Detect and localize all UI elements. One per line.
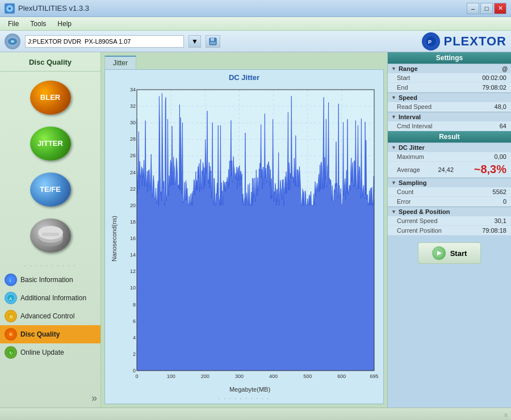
- svg-rect-5: [211, 38, 214, 41]
- interval-section-header: ▼ Interval: [388, 112, 511, 121]
- maximum-row: Maximum 0,00: [388, 152, 511, 162]
- titlebar: PlexUTILITIES v1.3.3 – □ ✕: [0, 0, 511, 17]
- speed-collapse-arrow[interactable]: ▼: [391, 95, 396, 100]
- current-speed-label: Current Speed: [397, 217, 438, 224]
- speed-pos-collapse-arrow[interactable]: ▼: [391, 209, 396, 215]
- titlebar-controls: – □ ✕: [467, 3, 506, 14]
- settings-panel: Settings ▼ Range @ Start 00:02:00 End 79…: [387, 52, 511, 408]
- start-button[interactable]: Start: [418, 242, 481, 264]
- menu-file[interactable]: File: [2, 19, 24, 29]
- maximum-value: 0,00: [495, 153, 506, 160]
- window-title: PlexUTILITIES v1.3.3: [18, 4, 89, 12]
- close-button[interactable]: ✕: [494, 3, 506, 14]
- svg-point-1: [9, 7, 11, 10]
- sampling-section-header: ▼ Sampling: [388, 178, 511, 187]
- current-speed-row: Current Speed 30,1: [388, 216, 511, 226]
- dc-jitter-label: DC Jitter: [399, 144, 425, 151]
- speed-pos-section-header: ▼ Speed & Position: [388, 207, 511, 216]
- svg-text:↻: ↻: [9, 351, 13, 356]
- basic-information-icon: i: [5, 274, 17, 286]
- main-layout: Disc Quality BLER JITTER TE/FE . . . . .: [0, 52, 511, 408]
- tab-jitter[interactable]: Jitter: [104, 56, 136, 69]
- plextor-logo-text: PLEXTOR: [443, 34, 506, 49]
- svg-point-20: [9, 333, 12, 336]
- sampling-label: Sampling: [399, 179, 427, 186]
- cmd-interval-label: Cmd Interval: [397, 123, 432, 129]
- at-symbol: @: [502, 66, 508, 72]
- sidebar-item-basic-information[interactable]: i Basic Information: [0, 271, 100, 289]
- error-label: Error: [397, 198, 411, 205]
- range-start-row: Start 00:02:00: [388, 73, 511, 83]
- speed-pos-label: Speed & Position: [399, 208, 450, 215]
- menu-tools[interactable]: Tools: [24, 19, 52, 29]
- range-start-label: Start: [397, 74, 410, 81]
- online-update-icon: ↻: [5, 346, 17, 359]
- cmd-interval-value: 64: [500, 123, 506, 129]
- start-icon: [432, 246, 446, 260]
- dc-jitter-section-header: ▼ DC Jitter: [388, 142, 511, 152]
- svg-text:A: A: [9, 296, 12, 301]
- chart-bottom-dots: . . . . . . . . . .: [108, 394, 380, 400]
- avg-symbol: ~8,3%: [474, 163, 506, 176]
- result-header: Result: [388, 131, 511, 142]
- cmd-interval-row: Cmd Interval 64: [388, 121, 511, 131]
- sidebar-label-basic-information: Basic Information: [20, 276, 73, 284]
- drive-selector[interactable]: [25, 35, 184, 48]
- y-axis-label: Nanosecond(ns): [111, 216, 118, 262]
- average-value: 24,42: [438, 166, 454, 173]
- x-axis-label: Megabyte(MB): [120, 386, 380, 393]
- bler-disc-icon: BLER: [30, 81, 71, 115]
- start-button-container: Start: [388, 236, 511, 271]
- jitter-chart: [120, 84, 380, 385]
- chart-area: DC Jitter Nanosecond(ns) Megabyte(MB) . …: [104, 69, 384, 404]
- average-row: Average 24,42 ~8,3%: [388, 162, 511, 178]
- app-icon: [5, 3, 15, 14]
- sidebar-collapse-arrow[interactable]: »: [91, 392, 97, 404]
- drivebar: ▼ P PLEXTOR: [0, 31, 511, 52]
- range-end-label: End: [397, 84, 408, 91]
- interval-label: Interval: [399, 114, 421, 120]
- range-end-row: End 79:08:02: [388, 83, 511, 93]
- range-end-value: 79:08:02: [482, 84, 506, 91]
- sidebar-item-advanced-control[interactable]: ⚙ Advanced Control: [0, 307, 100, 325]
- current-speed-value: 30,1: [495, 217, 506, 224]
- svg-point-13: [7, 276, 14, 283]
- disc-quality-icon: [5, 328, 17, 341]
- error-row: Error 0: [388, 197, 511, 207]
- sampling-collapse-arrow[interactable]: ▼: [391, 180, 396, 186]
- range-start-value: 00:02:00: [482, 74, 506, 81]
- current-pos-value: 79:08:18: [482, 227, 506, 234]
- content-area: Jitter DC Jitter Nanosecond(ns) Megabyte…: [101, 52, 387, 408]
- drive-icon: [5, 33, 20, 49]
- plextor-logo: P PLEXTOR: [422, 32, 506, 51]
- sidebar-item-online-update[interactable]: ↻ Online Update: [0, 343, 100, 362]
- current-pos-label: Current Position: [397, 227, 442, 234]
- speed-section-header: ▼ Speed: [388, 93, 511, 102]
- dc-jitter-collapse-arrow[interactable]: ▼: [391, 145, 396, 150]
- save-button[interactable]: [206, 35, 220, 48]
- disc-button-other[interactable]: [0, 214, 100, 257]
- svg-rect-12: [42, 233, 59, 236]
- disc-button-bler[interactable]: BLER: [0, 76, 100, 119]
- range-collapse-arrow[interactable]: ▼: [391, 66, 396, 72]
- plextor-logo-icon: P: [422, 32, 440, 51]
- average-label: Average: [397, 166, 420, 173]
- drive-dropdown-button[interactable]: ▼: [189, 35, 201, 48]
- sidebar-item-disc-quality[interactable]: Disc Quality: [0, 325, 100, 343]
- sidebar-item-additional-information[interactable]: A Additional Information: [0, 289, 100, 307]
- read-speed-label: Read Speed: [397, 103, 432, 110]
- count-label: Count: [397, 188, 413, 195]
- start-label: Start: [450, 249, 467, 258]
- maximize-button[interactable]: □: [480, 3, 493, 14]
- disc-button-tefe[interactable]: TE/FE: [0, 168, 100, 211]
- resize-handle[interactable]: ⠿: [500, 410, 508, 418]
- minimize-button[interactable]: –: [467, 3, 479, 14]
- interval-collapse-arrow[interactable]: ▼: [391, 114, 396, 120]
- advanced-control-icon: ⚙: [5, 310, 17, 322]
- sidebar-title: Disc Quality: [0, 56, 100, 72]
- error-value: 0: [503, 198, 506, 205]
- disc-button-jitter[interactable]: JITTER: [0, 122, 100, 165]
- statusbar: ⠿: [0, 408, 511, 420]
- other-disc-icon: [30, 219, 71, 253]
- menu-help[interactable]: Help: [52, 19, 77, 29]
